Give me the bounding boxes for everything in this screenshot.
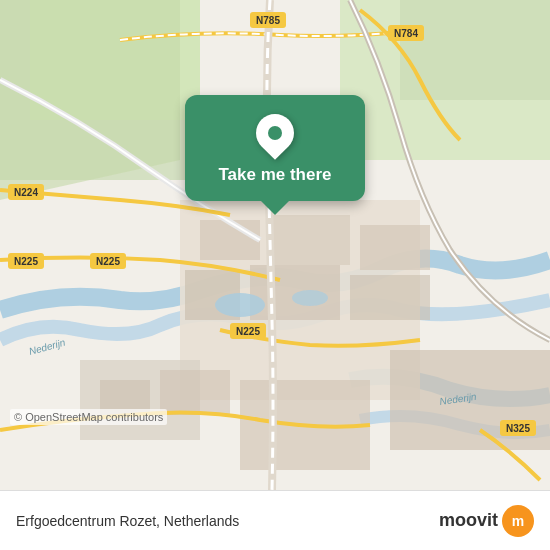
svg-rect-8 bbox=[270, 215, 350, 265]
svg-text:N784: N784 bbox=[394, 28, 418, 39]
svg-text:N785: N785 bbox=[256, 15, 280, 26]
moovit-logo-icon: m bbox=[502, 505, 534, 537]
svg-text:N225: N225 bbox=[14, 256, 38, 267]
take-me-there-button[interactable]: Take me there bbox=[218, 165, 331, 185]
map-copyright: © OpenStreetMap contributors bbox=[10, 409, 167, 425]
moovit-logo: moovit m bbox=[439, 505, 534, 537]
svg-text:N325: N325 bbox=[506, 423, 530, 434]
svg-text:N225: N225 bbox=[236, 326, 260, 337]
moovit-logo-text: moovit bbox=[439, 510, 498, 531]
location-popup[interactable]: Take me there bbox=[185, 95, 365, 201]
svg-rect-7 bbox=[200, 220, 260, 260]
svg-rect-9 bbox=[360, 225, 430, 270]
svg-rect-15 bbox=[160, 370, 230, 415]
location-pin-icon bbox=[253, 111, 297, 155]
map-container: N785 N784 N224 N225 N225 N225 N325 Neder… bbox=[0, 0, 550, 490]
svg-text:N224: N224 bbox=[14, 187, 38, 198]
svg-rect-11 bbox=[250, 265, 340, 320]
svg-text:N225: N225 bbox=[96, 256, 120, 267]
location-name: Erfgoedcentrum Rozet, Netherlands bbox=[16, 513, 239, 529]
svg-point-35 bbox=[292, 290, 328, 306]
svg-rect-12 bbox=[350, 275, 430, 320]
svg-point-34 bbox=[215, 293, 265, 317]
footer-bar: Erfgoedcentrum Rozet, Netherlands moovit… bbox=[0, 490, 550, 550]
